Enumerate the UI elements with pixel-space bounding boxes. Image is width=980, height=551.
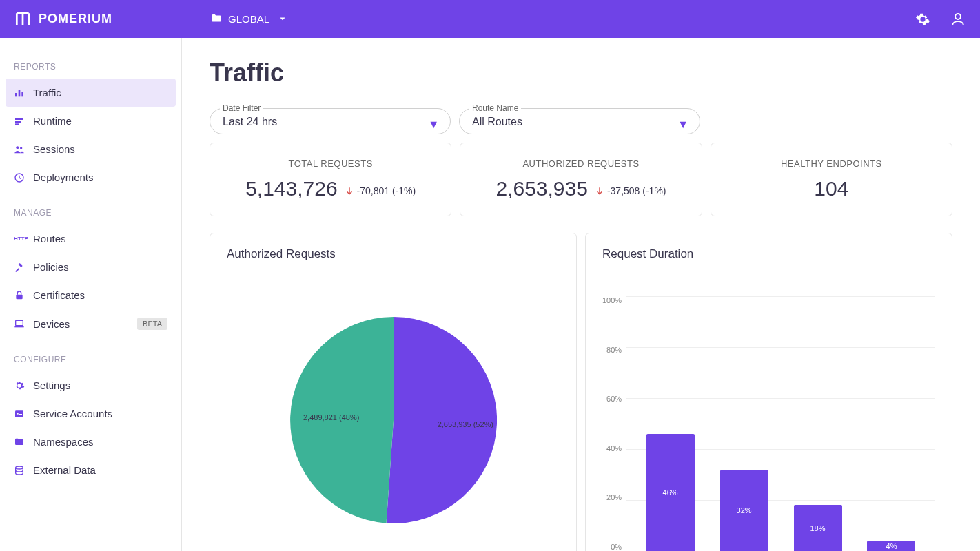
sidebar-item-label: Runtime bbox=[33, 115, 72, 127]
y-tick: 80% bbox=[602, 346, 622, 354]
panel-row: Authorized Requests 2,489,821 (48%) 2,65… bbox=[210, 233, 952, 551]
svg-rect-13 bbox=[17, 413, 19, 415]
chart-bar: 46% bbox=[646, 434, 695, 551]
beta-badge: BETA bbox=[137, 318, 167, 330]
sidebar-item-label: Policies bbox=[33, 261, 69, 273]
svg-rect-14 bbox=[19, 413, 22, 413]
sidebar-item-label: Certificates bbox=[33, 289, 85, 301]
user-icon[interactable] bbox=[950, 11, 966, 28]
arrow-down-icon bbox=[345, 186, 354, 196]
id-card-icon bbox=[14, 408, 33, 419]
y-axis: 100% 80% 60% 40% 20% 0% bbox=[602, 296, 626, 551]
page-title: Traffic bbox=[210, 59, 952, 87]
sidebar-item-settings[interactable]: Settings bbox=[6, 371, 176, 399]
http-icon: HTTP bbox=[14, 236, 33, 242]
sidebar-item-label: Service Accounts bbox=[33, 408, 112, 419]
gear-icon[interactable] bbox=[915, 12, 930, 27]
stat-label: TOTAL REQUESTS bbox=[221, 158, 440, 169]
bars-area: 46%32%18%4% bbox=[626, 296, 935, 551]
svg-rect-4 bbox=[15, 118, 23, 120]
y-tick: 0% bbox=[602, 543, 622, 551]
date-filter-select[interactable]: Date Filter Last 24 hrs ▼ bbox=[210, 108, 451, 134]
svg-rect-3 bbox=[21, 92, 23, 96]
clock-icon bbox=[14, 172, 33, 183]
svg-rect-11 bbox=[16, 320, 23, 325]
section-reports-label: REPORTS bbox=[6, 55, 181, 79]
sidebar-item-devices[interactable]: Devices BETA bbox=[6, 309, 176, 338]
chart-bar: 18% bbox=[794, 505, 842, 551]
svg-rect-6 bbox=[15, 123, 19, 125]
pie-label-unauthorized: 2,489,821 (48%) bbox=[303, 413, 359, 422]
stat-label: HEALTHY ENDPOINTS bbox=[722, 158, 941, 169]
sidebar-item-traffic[interactable]: Traffic bbox=[6, 79, 176, 107]
y-tick: 20% bbox=[602, 493, 622, 501]
filter-row: Date Filter Last 24 hrs ▼ Route Name All… bbox=[210, 108, 952, 134]
svg-point-7 bbox=[16, 146, 19, 149]
stat-value: 2,653,935 bbox=[496, 177, 587, 200]
chart-bar: 32% bbox=[720, 470, 768, 551]
main-content: Traffic Date Filter Last 24 hrs ▼ Route … bbox=[182, 38, 980, 551]
sidebar-item-certificates[interactable]: Certificates bbox=[6, 281, 176, 309]
pomerium-icon bbox=[14, 10, 32, 28]
stat-trend: -37,508 (-1%) bbox=[595, 185, 666, 196]
svg-rect-1 bbox=[15, 93, 17, 96]
panel-request-duration: Request Duration 100% 80% 60% 40% 20% 0% bbox=[585, 233, 952, 551]
laptop-icon bbox=[14, 318, 33, 329]
sidebar-item-label: Settings bbox=[33, 380, 70, 391]
sidebar-item-label: Traffic bbox=[33, 87, 61, 98]
date-filter-value: Last 24 hrs bbox=[223, 112, 438, 128]
app-header: POMERIUM GLOBAL bbox=[0, 0, 980, 38]
brand-logo: POMERIUM bbox=[14, 10, 112, 28]
trend-value: -37,508 (-1%) bbox=[607, 185, 666, 196]
sidebar-item-label: Deployments bbox=[33, 171, 94, 183]
svg-point-0 bbox=[955, 14, 961, 19]
stat-value: 104 bbox=[814, 177, 848, 200]
sidebar-item-namespaces[interactable]: Namespaces bbox=[6, 428, 176, 456]
sidebar-item-policies[interactable]: Policies bbox=[6, 253, 176, 281]
panel-title: Request Duration bbox=[586, 233, 952, 276]
sidebar-item-label: Routes bbox=[33, 233, 66, 245]
stat-authorized-requests: AUTHORIZED REQUESTS 2,653,935 -37,508 (-… bbox=[460, 143, 702, 216]
gavel-icon bbox=[14, 262, 33, 273]
panel-title: Authorized Requests bbox=[210, 233, 576, 276]
gear-icon bbox=[14, 380, 33, 391]
sidebar-item-service-accounts[interactable]: Service Accounts bbox=[6, 399, 176, 428]
gauge-icon bbox=[14, 116, 33, 127]
sidebar-item-label: Sessions bbox=[33, 143, 75, 155]
svg-point-16 bbox=[16, 466, 23, 469]
sidebar: REPORTS Traffic Runtime Sessions Deploym… bbox=[0, 38, 182, 551]
folder-icon bbox=[14, 437, 33, 448]
route-filter-label: Route Name bbox=[469, 103, 521, 113]
arrow-down-icon bbox=[595, 186, 604, 196]
section-manage-label: MANAGE bbox=[6, 201, 181, 225]
sidebar-item-runtime[interactable]: Runtime bbox=[6, 107, 176, 135]
caret-down-icon: ▼ bbox=[677, 118, 688, 131]
sidebar-item-label: Devices bbox=[33, 318, 70, 330]
sidebar-item-external-data[interactable]: External Data bbox=[6, 456, 176, 484]
route-filter-value: All Routes bbox=[472, 112, 687, 128]
sidebar-item-deployments[interactable]: Deployments bbox=[6, 163, 176, 191]
caret-down-icon: ▼ bbox=[428, 118, 439, 131]
header-actions bbox=[915, 11, 966, 28]
trend-value: -70,801 (-1%) bbox=[357, 185, 416, 196]
sidebar-item-sessions[interactable]: Sessions bbox=[6, 135, 176, 163]
date-filter-label: Date Filter bbox=[220, 103, 263, 113]
chart-icon bbox=[14, 87, 33, 98]
svg-point-8 bbox=[20, 147, 22, 149]
folder-icon bbox=[210, 12, 223, 25]
bar-chart: 100% 80% 60% 40% 20% 0% bbox=[602, 289, 935, 551]
svg-rect-10 bbox=[16, 294, 22, 299]
sidebar-item-routes[interactable]: HTTP Routes bbox=[6, 225, 176, 253]
stat-total-requests: TOTAL REQUESTS 5,143,726 -70,801 (-1%) bbox=[210, 143, 451, 216]
y-tick: 60% bbox=[602, 395, 622, 403]
sidebar-item-label: External Data bbox=[33, 464, 96, 476]
namespace-selector[interactable]: GLOBAL bbox=[209, 10, 296, 28]
svg-rect-15 bbox=[19, 414, 22, 415]
route-filter-select[interactable]: Route Name All Routes ▼ bbox=[459, 108, 700, 134]
brand-name: POMERIUM bbox=[39, 12, 112, 26]
stat-trend: -70,801 (-1%) bbox=[345, 185, 416, 196]
stats-row: TOTAL REQUESTS 5,143,726 -70,801 (-1%) A… bbox=[210, 143, 952, 216]
chevron-down-icon bbox=[276, 12, 289, 25]
y-tick: 40% bbox=[602, 444, 622, 453]
svg-rect-2 bbox=[19, 90, 21, 96]
